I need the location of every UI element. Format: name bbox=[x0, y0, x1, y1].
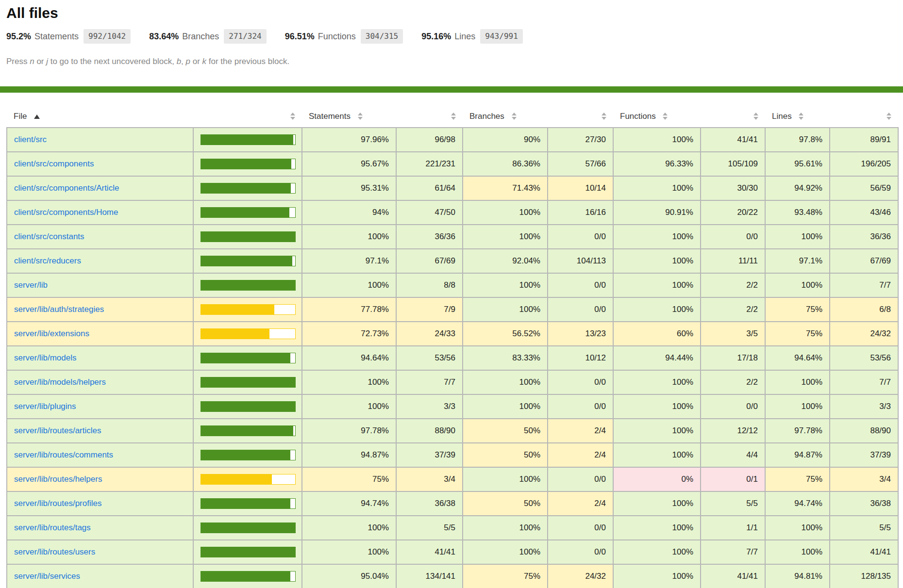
column-header-statements-raw[interactable] bbox=[396, 105, 463, 128]
column-header-functions-raw[interactable] bbox=[701, 105, 765, 128]
table-row: client/src/components/Article95.31%61/64… bbox=[7, 176, 898, 200]
statements-raw-cell: 41/41 bbox=[396, 540, 463, 564]
file-link[interactable]: server/lib/routes/comments bbox=[14, 450, 113, 459]
functions-pct-cell: 100% bbox=[613, 297, 701, 322]
file-link[interactable]: client/src/components/Article bbox=[14, 183, 119, 193]
coverage-bar bbox=[201, 231, 296, 242]
column-header-branches-raw[interactable] bbox=[548, 105, 613, 128]
column-header-statements[interactable]: Statements bbox=[302, 105, 396, 128]
file-cell: server/lib/models bbox=[7, 346, 193, 370]
statements-label: Statements bbox=[34, 32, 79, 42]
table-row: server/lib/routes/tags100%5/5100%0/0100%… bbox=[7, 516, 898, 540]
functions-raw-cell: 0/0 bbox=[701, 225, 765, 249]
branches-raw-cell: 2/4 bbox=[548, 419, 613, 443]
column-header-lines-raw[interactable] bbox=[830, 105, 898, 128]
functions-pct-cell: 60% bbox=[613, 322, 701, 346]
file-link[interactable]: server/lib/models/helpers bbox=[14, 377, 106, 387]
coverage-bar-cell bbox=[193, 176, 302, 200]
coverage-bar-empty bbox=[291, 183, 295, 193]
branches-pct-cell: 90% bbox=[463, 128, 548, 152]
statements-pct-cell: 100% bbox=[302, 540, 396, 564]
coverage-bar-cell bbox=[193, 152, 302, 176]
file-link[interactable]: server/lib/services bbox=[14, 572, 80, 581]
column-header-branches-label: Branches bbox=[469, 112, 504, 121]
sort-toggle-icon[interactable] bbox=[753, 113, 758, 120]
branches-pct-cell: 50% bbox=[463, 491, 548, 516]
file-link[interactable]: server/lib/extensions bbox=[14, 329, 89, 338]
table-row: server/lib/routes/comments94.87%37/3950%… bbox=[7, 443, 898, 467]
functions-pct-cell: 100% bbox=[613, 249, 701, 273]
sort-toggle-icon[interactable] bbox=[886, 113, 891, 120]
coverage-bar-cell bbox=[193, 394, 302, 419]
coverage-bar-cell bbox=[193, 540, 302, 564]
column-header-statements-label: Statements bbox=[309, 112, 351, 121]
lines-pct-cell: 75% bbox=[765, 297, 830, 322]
file-link[interactable]: client/src bbox=[14, 135, 47, 144]
file-link[interactable]: server/lib/routes/users bbox=[14, 547, 95, 556]
file-link[interactable]: server/lib/routes/tags bbox=[14, 523, 91, 532]
sort-toggle-icon[interactable] bbox=[602, 113, 606, 120]
coverage-bar bbox=[201, 547, 296, 557]
lines-raw-cell: 89/91 bbox=[830, 128, 898, 152]
statements-pct: 95.2% bbox=[6, 32, 31, 42]
lines-pct-cell: 95.61% bbox=[765, 152, 830, 176]
column-header-file[interactable]: File bbox=[7, 105, 193, 128]
hint-text: , bbox=[181, 57, 185, 66]
branches-pct-cell: 86.36% bbox=[463, 152, 548, 176]
branches-raw-cell: 16/16 bbox=[548, 200, 613, 225]
file-link[interactable]: client/src/constants bbox=[14, 232, 84, 241]
functions-pct-cell: 100% bbox=[613, 564, 701, 588]
column-header-branches[interactable]: Branches bbox=[463, 105, 548, 128]
file-link[interactable]: client/src/components bbox=[14, 159, 94, 168]
statements-pct-cell: 94% bbox=[302, 200, 396, 225]
file-link[interactable]: server/lib/routes/articles bbox=[14, 426, 101, 435]
sort-toggle-icon[interactable] bbox=[799, 113, 803, 120]
functions-pct-cell: 94.44% bbox=[613, 346, 701, 370]
statements-raw-cell: 7/9 bbox=[396, 297, 463, 322]
functions-raw-cell: 17/18 bbox=[701, 346, 765, 370]
sort-toggle-icon[interactable] bbox=[358, 113, 363, 120]
sort-toggle-icon[interactable] bbox=[451, 113, 456, 120]
file-link[interactable]: server/lib/plugins bbox=[14, 402, 76, 411]
statements-pct-cell: 95.31% bbox=[302, 176, 396, 200]
file-link[interactable]: client/src/reducers bbox=[14, 256, 81, 265]
file-link[interactable]: client/src/components/Home bbox=[14, 208, 118, 217]
statements-pct-cell: 94.87% bbox=[302, 443, 396, 467]
functions-raw-cell: 12/12 bbox=[701, 419, 765, 443]
file-cell: server/lib/routes/users bbox=[7, 540, 193, 564]
hint-text: or bbox=[34, 57, 47, 66]
sort-toggle-icon[interactable] bbox=[512, 113, 517, 120]
coverage-bar-empty bbox=[292, 256, 295, 266]
branches-pct-cell: 100% bbox=[463, 200, 548, 225]
file-cell: client/src/constants bbox=[7, 225, 193, 249]
file-link[interactable]: server/lib/routes/profiles bbox=[14, 499, 101, 508]
column-header-functions-label: Functions bbox=[620, 112, 656, 121]
branches-pct-cell: 75% bbox=[463, 564, 548, 588]
coverage-bar-cell bbox=[193, 491, 302, 516]
statements-pct-cell: 94.64% bbox=[302, 346, 396, 370]
sort-toggle-icon[interactable] bbox=[290, 113, 295, 120]
file-cell: server/lib/routes/articles bbox=[7, 419, 193, 443]
statements-pct-cell: 100% bbox=[302, 370, 396, 394]
branches-pct-cell: 100% bbox=[463, 394, 548, 419]
column-header-functions[interactable]: Functions bbox=[613, 105, 701, 128]
coverage-bar bbox=[201, 207, 296, 218]
functions-pct-cell: 100% bbox=[613, 540, 701, 564]
statements-pct-cell: 100% bbox=[302, 225, 396, 249]
lines-raw-cell: 53/56 bbox=[830, 346, 898, 370]
sort-ascending-icon[interactable] bbox=[34, 112, 40, 121]
file-link[interactable]: server/lib/models bbox=[14, 353, 77, 362]
file-cell: server/lib/routes/tags bbox=[7, 516, 193, 540]
file-link[interactable]: server/lib/routes/helpers bbox=[14, 474, 102, 484]
file-link[interactable]: server/lib/auth/strategies bbox=[14, 305, 104, 314]
functions-raw-cell: 7/7 bbox=[701, 540, 765, 564]
column-header-lines[interactable]: Lines bbox=[765, 105, 830, 128]
column-header-bar[interactable] bbox=[193, 105, 302, 128]
branches-pct-cell: 100% bbox=[463, 467, 548, 491]
file-link[interactable]: server/lib bbox=[14, 280, 48, 290]
statements-raw-cell: 8/8 bbox=[396, 273, 463, 297]
coverage-bar-fill bbox=[201, 499, 290, 508]
coverage-bar-fill bbox=[201, 547, 295, 557]
coverage-bar-fill bbox=[201, 377, 295, 387]
sort-toggle-icon[interactable] bbox=[663, 113, 668, 120]
